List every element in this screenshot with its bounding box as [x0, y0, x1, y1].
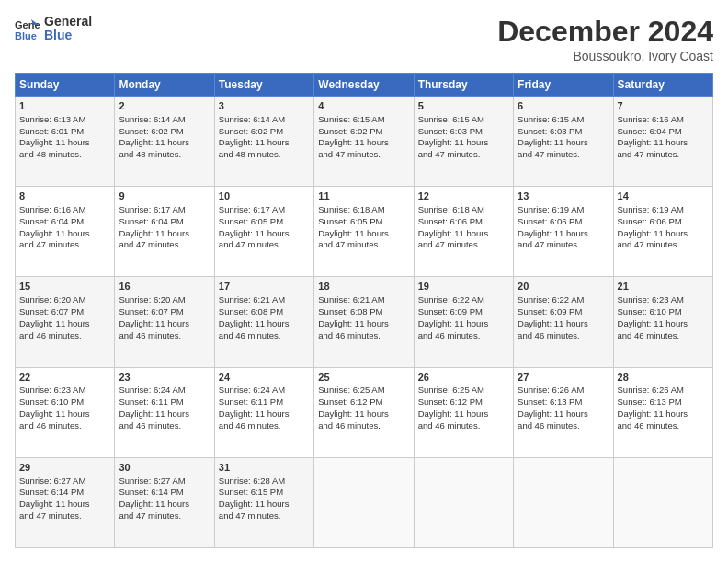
- day-info-line: and 46 minutes.: [318, 420, 409, 432]
- day-info-line: and 46 minutes.: [318, 330, 409, 342]
- day-info-line: and 47 minutes.: [219, 239, 310, 251]
- day-info-line: Daylight: 11 hours: [618, 318, 709, 330]
- day-info-line: Daylight: 11 hours: [318, 137, 409, 149]
- day-info-line: Sunrise: 6:15 AM: [418, 114, 509, 126]
- table-row: 11Sunrise: 6:18 AMSunset: 6:05 PMDayligh…: [314, 187, 414, 277]
- day-info-line: Daylight: 11 hours: [518, 228, 609, 240]
- table-row: 26Sunrise: 6:25 AMSunset: 6:12 PMDayligh…: [414, 367, 513, 457]
- table-row: 7Sunrise: 6:16 AMSunset: 6:04 PMDaylight…: [613, 97, 712, 187]
- day-info-line: Sunrise: 6:20 AM: [19, 294, 110, 306]
- day-info-line: and 48 minutes.: [119, 149, 210, 161]
- day-number: 22: [19, 371, 110, 385]
- table-row: 21Sunrise: 6:23 AMSunset: 6:10 PMDayligh…: [613, 277, 712, 367]
- table-row: 30Sunrise: 6:27 AMSunset: 6:14 PMDayligh…: [115, 457, 214, 547]
- day-info-line: Sunrise: 6:26 AM: [618, 385, 709, 396]
- table-row: 6Sunrise: 6:15 AMSunset: 6:03 PMDaylight…: [514, 97, 613, 187]
- day-info-line: Sunset: 6:04 PM: [119, 216, 210, 228]
- day-info-line: Sunset: 6:14 PM: [119, 487, 210, 499]
- day-info-line: and 47 minutes.: [19, 239, 110, 251]
- day-number: 8: [19, 190, 110, 203]
- table-row: 9Sunrise: 6:17 AMSunset: 6:04 PMDaylight…: [115, 187, 214, 277]
- day-info-line: Sunset: 6:10 PM: [618, 306, 709, 318]
- day-number: 4: [318, 99, 409, 113]
- day-info-line: Sunset: 6:03 PM: [418, 126, 509, 138]
- day-number: 2: [119, 99, 210, 113]
- day-info-line: Sunset: 6:07 PM: [119, 306, 210, 318]
- table-row: 31Sunrise: 6:28 AMSunset: 6:15 PMDayligh…: [214, 457, 313, 547]
- day-number: 15: [19, 280, 110, 293]
- day-info-line: Daylight: 11 hours: [219, 137, 310, 149]
- day-info-line: Daylight: 11 hours: [618, 408, 709, 420]
- page: General Blue General Blue December 2024 …: [0, 0, 728, 563]
- day-info-line: Sunset: 6:07 PM: [19, 306, 110, 318]
- day-info-line: Daylight: 11 hours: [119, 499, 210, 511]
- day-info-line: and 46 minutes.: [19, 330, 110, 342]
- day-number: 16: [119, 280, 210, 293]
- day-number: 7: [618, 99, 709, 113]
- day-info-line: Sunrise: 6:25 AM: [418, 385, 509, 396]
- table-row: 19Sunrise: 6:22 AMSunset: 6:09 PMDayligh…: [414, 277, 513, 367]
- day-info-line: Sunrise: 6:14 AM: [119, 114, 210, 126]
- day-info-line: Sunrise: 6:17 AM: [219, 204, 310, 216]
- day-number: 24: [219, 371, 310, 385]
- day-info-line: Sunset: 6:15 PM: [219, 487, 310, 499]
- day-number: 12: [418, 190, 509, 203]
- day-info-line: Sunset: 6:11 PM: [119, 396, 210, 408]
- table-row: [314, 457, 414, 547]
- day-info-line: Sunset: 6:03 PM: [518, 126, 609, 138]
- day-info-line: and 46 minutes.: [418, 330, 509, 342]
- table-row: 12Sunrise: 6:18 AMSunset: 6:06 PMDayligh…: [414, 187, 513, 277]
- table-row: [414, 457, 513, 547]
- day-number: 5: [418, 99, 509, 113]
- month-title: December 2024: [497, 15, 713, 49]
- day-info-line: Daylight: 11 hours: [19, 318, 110, 330]
- day-info-line: and 46 minutes.: [219, 420, 310, 432]
- day-info-line: and 47 minutes.: [119, 239, 210, 251]
- day-info-line: Daylight: 11 hours: [19, 137, 110, 149]
- day-info-line: Daylight: 11 hours: [19, 228, 110, 240]
- day-info-line: Daylight: 11 hours: [219, 228, 310, 240]
- day-number: 13: [518, 190, 609, 203]
- day-info-line: Sunrise: 6:14 AM: [219, 114, 310, 126]
- col-header-sunday: Sunday: [16, 74, 115, 97]
- day-info-line: Daylight: 11 hours: [418, 137, 509, 149]
- day-info-line: Sunrise: 6:17 AM: [119, 204, 210, 216]
- day-info-line: and 47 minutes.: [318, 149, 409, 161]
- day-number: 20: [518, 280, 609, 293]
- day-info-line: Sunrise: 6:18 AM: [418, 204, 509, 216]
- day-info-line: and 48 minutes.: [19, 149, 110, 161]
- day-info-line: Sunset: 6:05 PM: [219, 216, 310, 228]
- day-number: 9: [119, 190, 210, 203]
- day-number: 18: [318, 280, 409, 293]
- day-info-line: Sunrise: 6:16 AM: [19, 204, 110, 216]
- day-info-line: Sunset: 6:06 PM: [418, 216, 509, 228]
- logo: General Blue General Blue: [15, 15, 92, 43]
- table-row: 3Sunrise: 6:14 AMSunset: 6:02 PMDaylight…: [214, 97, 313, 187]
- day-info-line: Sunset: 6:11 PM: [219, 396, 310, 408]
- day-info-line: and 47 minutes.: [518, 149, 609, 161]
- table-row: 15Sunrise: 6:20 AMSunset: 6:07 PMDayligh…: [16, 277, 115, 367]
- day-info-line: and 47 minutes.: [418, 149, 509, 161]
- day-number: 21: [618, 280, 709, 293]
- table-row: 29Sunrise: 6:27 AMSunset: 6:14 PMDayligh…: [16, 457, 115, 547]
- day-info-line: Sunset: 6:12 PM: [418, 396, 509, 408]
- day-info-line: and 46 minutes.: [119, 330, 210, 342]
- day-info-line: Sunset: 6:01 PM: [19, 126, 110, 138]
- day-info-line: Daylight: 11 hours: [418, 408, 509, 420]
- day-info-line: Daylight: 11 hours: [318, 318, 409, 330]
- title-block: December 2024 Boussoukro, Ivory Coast: [497, 15, 713, 63]
- col-header-tuesday: Tuesday: [214, 74, 313, 97]
- day-number: 14: [618, 190, 709, 203]
- day-number: 27: [518, 371, 609, 385]
- table-row: 22Sunrise: 6:23 AMSunset: 6:10 PMDayligh…: [16, 367, 115, 457]
- table-row: 20Sunrise: 6:22 AMSunset: 6:09 PMDayligh…: [514, 277, 613, 367]
- table-row: 1Sunrise: 6:13 AMSunset: 6:01 PMDaylight…: [16, 97, 115, 187]
- day-info-line: Daylight: 11 hours: [119, 137, 210, 149]
- table-row: 18Sunrise: 6:21 AMSunset: 6:08 PMDayligh…: [314, 277, 414, 367]
- day-number: 28: [618, 371, 709, 385]
- day-info-line: Sunset: 6:06 PM: [518, 216, 609, 228]
- day-info-line: Daylight: 11 hours: [219, 408, 310, 420]
- day-info-line: Sunrise: 6:15 AM: [518, 114, 609, 126]
- table-row: 16Sunrise: 6:20 AMSunset: 6:07 PMDayligh…: [115, 277, 214, 367]
- day-info-line: Sunset: 6:08 PM: [318, 306, 409, 318]
